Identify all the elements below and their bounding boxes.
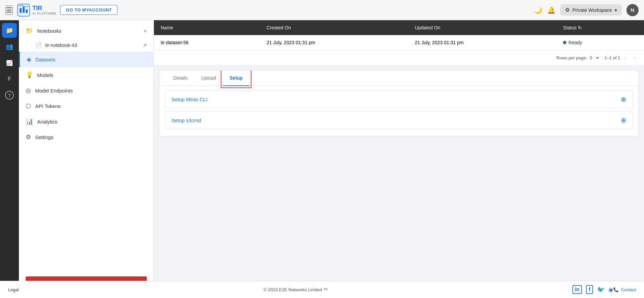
footer: Legal © 2023 E2E Networks Limited ™ in f…: [0, 281, 644, 298]
billing-icon: ₣: [8, 76, 11, 82]
document-icon: 📄: [35, 42, 42, 48]
rss-icon[interactable]: ◉: [609, 287, 613, 293]
sidebar-item-models[interactable]: 💡 Models: [19, 67, 154, 83]
sidebar-item-folder[interactable]: 📁: [2, 23, 17, 38]
rows-per-page-label: Rows per page: 5 10 25: [556, 55, 601, 61]
notebooks-label: Notebooks: [37, 28, 139, 34]
header: ☰ TIR AI PLATFORM GO TO MYACCOUNT 🌙 🔔: [0, 0, 644, 20]
bell-icon: 🔔: [547, 6, 556, 14]
tab-setup[interactable]: Setup: [223, 71, 249, 86]
next-page-button[interactable]: ›: [632, 54, 637, 61]
workspace-icon: ⚙: [565, 7, 570, 13]
notifications-button[interactable]: 🔔: [547, 6, 556, 14]
api-tokens-label: API Tokens: [35, 103, 147, 109]
logo-icon: [17, 3, 30, 17]
notebook-sub-label: tir-notebook-43: [45, 43, 139, 48]
accordion-s3cmd-label: Setup s3cmd: [171, 117, 201, 123]
footer-social: in f 🐦 ◉: [572, 285, 614, 294]
external-link-icon[interactable]: ↗: [143, 43, 147, 48]
icon-bar: 📁 👥 📈 ₣ ?: [0, 20, 19, 298]
cell-updated-on: 21 July, 2023 01:31 pm: [415, 40, 563, 45]
tabs-bar: Details Upload Setup: [160, 71, 638, 86]
header-left: ☰ TIR AI PLATFORM GO TO MYACCOUNT: [5, 3, 117, 17]
status-dot-ready: [563, 41, 566, 44]
workspace-button[interactable]: ⚙ Private Workspace ▾: [560, 4, 622, 16]
sidebar-item-model-endpoints[interactable]: ◎ Model Endpoints: [19, 83, 154, 98]
legal-link[interactable]: Legal: [8, 287, 19, 292]
model-endpoints-icon: ◎: [26, 87, 31, 94]
sidebar-item-api-tokens[interactable]: ⬡ API Tokens: [19, 98, 154, 114]
tab-upload[interactable]: Upload: [194, 71, 223, 86]
layout: 📁 👥 📈 ₣ ? 📁 Notebooks ∨ 📄 tir-note: [0, 20, 644, 298]
avatar[interactable]: N: [626, 4, 639, 16]
sidebar-item-billing[interactable]: ₣: [2, 72, 17, 86]
notebooks-icon: 📁: [26, 27, 33, 34]
refresh-icon[interactable]: ↻: [578, 25, 582, 30]
chevron-down-icon: ∨: [143, 28, 147, 33]
datasets-table: Name Created On Updated On Status ↻ tir-…: [154, 20, 644, 65]
table-header: Name Created On Updated On Status ↻: [154, 20, 644, 35]
cell-name: tir-dataset-56: [161, 40, 267, 45]
datasets-icon: ◈: [27, 56, 31, 63]
settings-label: Settings: [35, 134, 147, 140]
table-header-status: Status ↻: [563, 25, 637, 30]
accordion-item-s3cmd[interactable]: Setup s3cmd ⊕: [165, 111, 633, 129]
tab-details[interactable]: Details: [166, 71, 194, 86]
svg-rect-2: [23, 7, 25, 13]
workspace-label: Private Workspace: [572, 7, 612, 13]
table-header-created-on: Created On: [267, 25, 415, 30]
sidebar-item-settings[interactable]: ⚙ Settings: [19, 129, 154, 145]
sidebar-item-datasets[interactable]: ◈ Datasets: [19, 52, 154, 67]
expand-icon[interactable]: ⊕: [621, 116, 626, 124]
analytics-bar-icon: 📊: [26, 118, 33, 125]
logo: TIR AI PLATFORM: [17, 3, 56, 17]
cell-created-on: 21 July, 2023 01:31 pm: [267, 40, 415, 45]
svg-rect-1: [20, 8, 22, 13]
analytics-icon: 📈: [6, 60, 13, 66]
help-icon: ?: [5, 91, 14, 100]
go-to-account-button[interactable]: GO TO MYACCOUNT: [60, 5, 117, 15]
model-endpoints-label: Model Endpoints: [35, 88, 147, 93]
expand-icon[interactable]: ⊕: [621, 95, 626, 103]
table-header-name: Name: [161, 25, 267, 30]
main-content: Name Created On Updated On Status ↻ tir-…: [154, 20, 644, 298]
sidebar-item-users[interactable]: 👥: [2, 39, 17, 54]
table-row: tir-dataset-56 21 July, 2023 01:31 pm 21…: [154, 35, 644, 50]
page-info: 1–1 of 1: [604, 55, 620, 60]
linkedin-icon[interactable]: in: [572, 285, 582, 294]
sidebar-item-help[interactable]: ?: [2, 88, 17, 103]
accordion-item-minio[interactable]: Setup Minio CLI ⊕: [165, 90, 633, 108]
sidebar: 📁 Notebooks ∨ 📄 tir-notebook-43 ↗ ◈ Data…: [19, 20, 154, 298]
models-icon: 💡: [26, 71, 33, 79]
users-icon: 👥: [6, 43, 13, 50]
sidebar-item-notebooks[interactable]: 📁 Notebooks ∨: [19, 23, 154, 38]
facebook-icon[interactable]: f: [586, 285, 593, 294]
rows-per-page-select[interactable]: 5 10 25: [588, 55, 600, 61]
analytics-label: Analytics: [37, 119, 147, 125]
hamburger-button[interactable]: ☰: [5, 5, 13, 15]
contact-link[interactable]: 📞 Contact: [613, 287, 636, 292]
logo-sub: AI PLATFORM: [32, 12, 56, 15]
detail-section: Details Upload Setup Setup Minio CLI ⊕ S…: [159, 70, 639, 136]
footer-copyright: © 2023 E2E Networks Limited ™: [19, 287, 572, 292]
table-header-updated-on: Updated On: [415, 25, 563, 30]
table-pagination: Rows per page: 5 10 25 1–1 of 1 ‹ ›: [154, 50, 644, 65]
sidebar-nav: 📁 Notebooks ∨ 📄 tir-notebook-43 ↗ ◈ Data…: [19, 20, 154, 270]
settings-icon: ⚙: [26, 133, 31, 141]
header-right: 🌙 🔔 ⚙ Private Workspace ▾ N: [534, 4, 639, 16]
api-tokens-icon: ⬡: [26, 102, 31, 110]
chevron-down-icon: ▾: [615, 7, 617, 13]
svg-rect-3: [26, 9, 28, 13]
prev-page-button[interactable]: ‹: [623, 54, 628, 61]
sidebar-item-analytics-icon[interactable]: 📈: [2, 55, 17, 70]
accordion-list: Setup Minio CLI ⊕ Setup s3cmd ⊕: [160, 86, 638, 136]
moon-icon: 🌙: [534, 6, 542, 14]
sidebar-sub-item-notebook[interactable]: 📄 tir-notebook-43 ↗: [19, 38, 154, 52]
twitter-icon[interactable]: 🐦: [597, 286, 605, 293]
dark-mode-button[interactable]: 🌙: [534, 6, 542, 14]
cell-status: Ready: [563, 40, 637, 45]
sidebar-item-analytics[interactable]: 📊 Analytics: [19, 114, 154, 129]
models-label: Models: [37, 72, 147, 78]
contact-label: Contact: [621, 287, 636, 292]
phone-icon: 📞: [613, 287, 619, 292]
